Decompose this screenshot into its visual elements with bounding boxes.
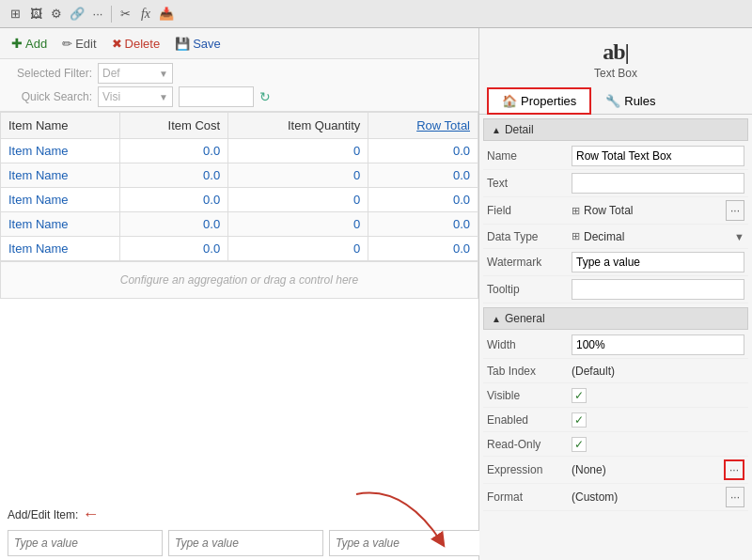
- add-edit-section: Add/Edit Item: ←: [0, 497, 478, 560]
- image-icon[interactable]: 🖼: [26, 5, 45, 23]
- textbox-cursor-icon: ab|: [603, 39, 629, 65]
- format-ellipsis-button[interactable]: ···: [726, 487, 744, 507]
- add-edit-inputs: [8, 530, 471, 556]
- add-edit-input-2[interactable]: [329, 530, 484, 556]
- cell-qty: 0: [228, 237, 368, 261]
- filter-value: Def: [102, 67, 120, 80]
- import-icon[interactable]: 📥: [157, 5, 176, 23]
- cell-qty: 0: [228, 163, 368, 188]
- cell-cost: 0.0: [120, 163, 228, 188]
- edit-button[interactable]: ✏ Edit: [58, 35, 100, 53]
- add-icon: ✚: [11, 36, 23, 51]
- table-row: Item Name 0.0 0 0.0: [1, 163, 478, 188]
- cell-total: 0.0: [368, 163, 478, 188]
- filter-arrow-icon: ▼: [159, 69, 168, 79]
- delete-button[interactable]: ✖ Delete: [108, 35, 164, 53]
- prop-width-value: [572, 334, 744, 355]
- prop-watermark-value: [572, 252, 744, 272]
- prop-name: Name: [483, 143, 748, 170]
- datatype-grid-icon: ⊞: [572, 230, 580, 242]
- edit-label: Edit: [75, 37, 96, 51]
- cell-total: 0.0: [368, 139, 478, 163]
- prop-text-label: Text: [487, 177, 572, 190]
- detail-caret-icon: ▲: [492, 125, 501, 135]
- readonly-checkbox[interactable]: [572, 437, 587, 452]
- left-panel: ✚ Add ✏ Edit ✖ Delete 💾 Save Selected Fi…: [0, 28, 479, 560]
- prop-name-value: [572, 146, 744, 166]
- prop-width-input[interactable]: [572, 334, 744, 355]
- aggregation-bar: Configure an aggregation or drag a contr…: [0, 261, 478, 299]
- section-detail-header[interactable]: ▲ Detail: [483, 118, 748, 141]
- cell-name: Item Name: [1, 212, 120, 237]
- general-caret-icon: ▲: [492, 314, 501, 324]
- prop-field-label: Field: [487, 204, 572, 217]
- expression-ellipsis-button[interactable]: ···: [724, 459, 744, 480]
- prop-enabled-label: Enabled: [487, 413, 572, 427]
- add-edit-input-1[interactable]: [168, 530, 323, 556]
- prop-name-input[interactable]: [572, 146, 744, 166]
- prop-datatype-value: ⊞ Decimal ▼: [572, 230, 744, 243]
- col-item-qty: Item Quantity: [228, 113, 368, 139]
- save-button[interactable]: 💾 Save: [171, 35, 225, 53]
- prop-expression-label: Expression: [487, 463, 572, 476]
- datatype-value-text: Decimal: [584, 230, 624, 243]
- table-row: Item Name 0.0 0 0.0: [1, 188, 478, 212]
- prop-text: Text: [483, 170, 748, 197]
- prop-tooltip: Tooltip: [483, 276, 748, 303]
- prop-visible-label: Visible: [487, 389, 572, 402]
- table-row: Item Name 0.0 0 0.0: [1, 139, 478, 163]
- visible-checkbox[interactable]: [572, 388, 587, 403]
- grid-icon[interactable]: ⊞: [6, 5, 24, 23]
- cell-total: 0.0: [368, 188, 478, 212]
- prop-tooltip-input[interactable]: [572, 279, 744, 300]
- selected-filter-label: Selected Filter:: [8, 67, 92, 80]
- prop-expression: Expression (None) ···: [483, 457, 748, 484]
- properties-label: Properties: [521, 94, 576, 108]
- search-input[interactable]: [179, 86, 254, 107]
- quick-search-label: Quick Search:: [8, 90, 92, 103]
- prop-width-label: Width: [487, 338, 572, 351]
- table-scroll: Item Name Item Cost Item Quantity Row To…: [0, 112, 478, 497]
- cut-icon[interactable]: ✂: [116, 5, 134, 23]
- prop-tabindex-value: (Default): [572, 365, 744, 378]
- refresh-icon[interactable]: ↻: [259, 89, 271, 104]
- prop-text-input[interactable]: [572, 173, 744, 194]
- quick-search-select[interactable]: Visi ▼: [98, 86, 173, 107]
- cell-total: 0.0: [368, 212, 478, 237]
- prop-enabled: Enabled: [483, 408, 748, 432]
- field-value-text: Row Total: [584, 204, 633, 217]
- add-edit-input-0[interactable]: [8, 530, 163, 556]
- quick-search-row: Quick Search: Visi ▼ ↻: [8, 86, 471, 107]
- dots-icon[interactable]: ···: [88, 5, 107, 23]
- link-icon[interactable]: 🔗: [68, 5, 86, 23]
- fx-icon[interactable]: fx: [136, 5, 155, 23]
- main-layout: ✚ Add ✏ Edit ✖ Delete 💾 Save Selected Fi…: [0, 28, 752, 560]
- selected-filter-select[interactable]: Def ▼: [98, 63, 173, 84]
- tab-properties[interactable]: 🏠 Properties: [487, 87, 591, 115]
- datatype-arrow-icon: ▼: [734, 231, 744, 242]
- cell-cost: 0.0: [120, 139, 228, 163]
- gear-icon[interactable]: ⚙: [47, 5, 66, 23]
- textbox-label: Text Box: [594, 67, 637, 80]
- delete-icon: ✖: [112, 37, 122, 51]
- section-general-header[interactable]: ▲ General: [483, 307, 748, 330]
- selected-filter-row: Selected Filter: Def ▼: [8, 63, 471, 84]
- table-header-row: Item Name Item Cost Item Quantity Row To…: [1, 113, 478, 139]
- add-button[interactable]: ✚ Add: [8, 34, 51, 53]
- expression-value-text: (None): [572, 463, 606, 476]
- add-edit-text: Add/Edit Item:: [8, 508, 78, 521]
- enabled-checkbox[interactable]: [572, 412, 587, 428]
- prop-watermark-input[interactable]: [572, 252, 744, 272]
- props-content: ▲ Detail Name Text Field: [479, 115, 752, 511]
- prop-readonly: Read-Only: [483, 432, 748, 457]
- format-value-text: (Custom): [572, 490, 618, 504]
- right-panel: ab| Text Box 🏠 Properties 🔧 Rules ▲ Deta…: [479, 28, 752, 560]
- tab-rules[interactable]: 🔧 Rules: [591, 87, 669, 114]
- table-row: Item Name 0.0 0 0.0: [1, 237, 478, 261]
- edit-icon: ✏: [62, 37, 72, 51]
- field-ellipsis-button[interactable]: ···: [726, 200, 744, 221]
- prop-watermark: Watermark: [483, 249, 748, 276]
- add-edit-label: Add/Edit Item: ←: [8, 505, 471, 524]
- tabindex-value-text: (Default): [572, 365, 615, 378]
- prop-enabled-value: [572, 412, 744, 428]
